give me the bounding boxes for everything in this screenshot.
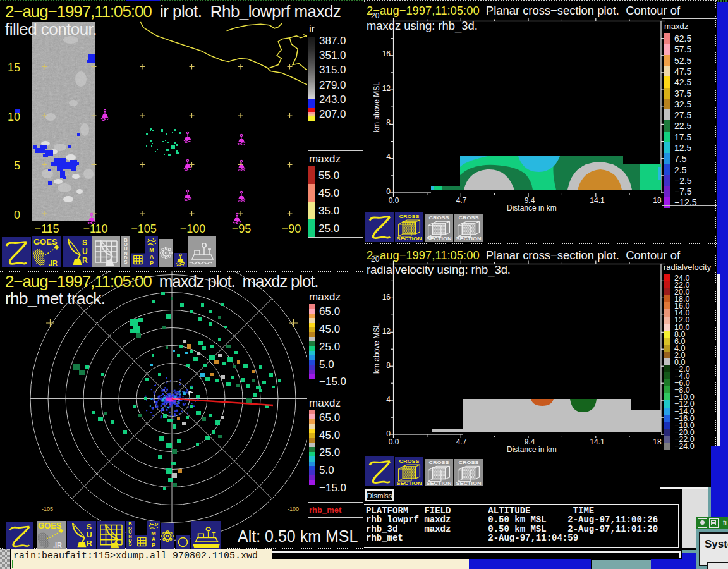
svg-text:U: U	[87, 531, 92, 538]
svg-text:SECTION: SECTION	[456, 236, 482, 242]
svg-text:M: M	[151, 530, 155, 537]
svg-text:CROSS: CROSS	[429, 216, 450, 221]
svg-text:CROSS: CROSS	[399, 458, 420, 463]
svg-text:.IR: .IR	[53, 542, 62, 549]
svg-text:CROSS: CROSS	[459, 460, 480, 465]
svg-text:GOES: GOES	[33, 237, 58, 247]
svg-text:.IR: .IR	[49, 259, 58, 267]
svg-text:CROSS: CROSS	[429, 460, 450, 465]
svg-text:R: R	[87, 539, 92, 546]
svg-text:CROSS: CROSS	[459, 216, 480, 221]
svg-text:M: M	[149, 247, 154, 254]
svg-text:S: S	[129, 542, 132, 548]
svg-text:A: A	[152, 536, 155, 542]
svg-text:CROSS: CROSS	[399, 213, 420, 219]
svg-text:SECTION: SECTION	[397, 235, 422, 241]
svg-text:S: S	[124, 259, 127, 265]
svg-text:S: S	[87, 523, 92, 530]
svg-text:S: S	[82, 238, 87, 247]
svg-text:R: R	[82, 256, 88, 265]
svg-text:P: P	[152, 542, 155, 549]
svg-text:SECTION: SECTION	[456, 481, 482, 486]
svg-text:GOES: GOES	[38, 522, 62, 530]
svg-text:U: U	[82, 247, 88, 256]
svg-text:SECTION: SECTION	[397, 480, 422, 486]
svg-text:SECTION: SECTION	[427, 481, 452, 486]
svg-text:P: P	[150, 260, 154, 266]
svg-text:SECTION: SECTION	[427, 236, 452, 242]
svg-text:A: A	[150, 254, 154, 260]
